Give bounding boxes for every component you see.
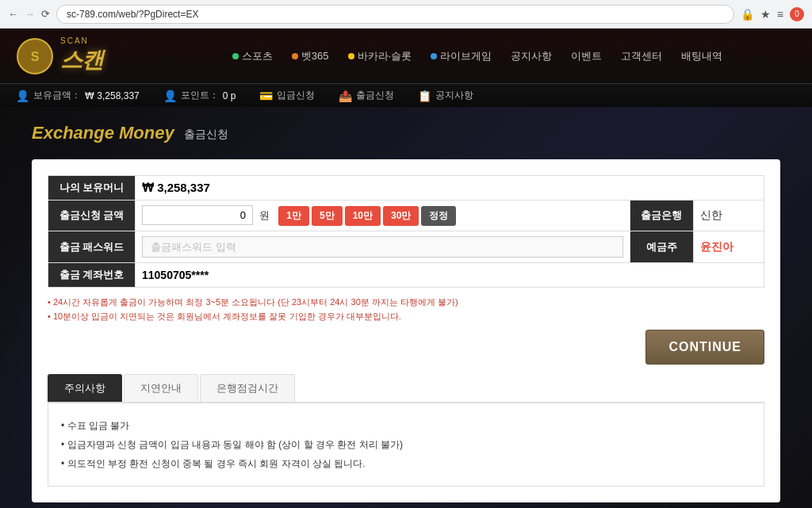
account-name-label-cell: 예금주 (630, 231, 693, 263)
main-nav: 스포츠 벳365 바카라·슬롯 라이브게임 공지사항 이벤트 고객센터 (159, 44, 796, 68)
amount-input[interactable] (142, 205, 253, 225)
form-card: 나의 보유머니 ₩ 3,258,337 출금신청 금액 원 1만 5만 10만 … (32, 159, 780, 502)
tab-delay[interactable]: 지연안내 (124, 374, 198, 402)
points-icon: 👤 (163, 90, 177, 102)
points-display: 👤 포인트： 0 p (163, 89, 236, 102)
amount-row: 출금신청 금액 원 1만 5만 10만 30만 정정 출금은행 신한 (48, 201, 764, 231)
tab-item-2: 입금자명과 신청 금액이 입금 내용과 동일 해야 함 (상이 할 경우 환전 … (61, 435, 751, 454)
account-name-value-cell: 윤진아 (693, 231, 764, 263)
star-icon[interactable]: ★ (760, 8, 771, 21)
bank-name: 신한 (700, 208, 722, 221)
bet365-dot (292, 53, 298, 59)
btn-100k[interactable]: 10만 (345, 206, 381, 226)
btn-reset[interactable]: 정정 (421, 206, 456, 226)
back-icon[interactable]: ← (8, 8, 18, 20)
balance-value: ₩ 3,258,337 (85, 90, 140, 101)
amount-label: 출금신청 금액 (48, 201, 136, 231)
account-row: 출금 계좌번호 11050705**** (48, 263, 764, 288)
notice-link[interactable]: 📋 공지사항 (418, 89, 473, 102)
tab-content: 수표 입금 불가 입금자명과 신청 금액이 입금 내용과 동일 해야 함 (상이… (48, 403, 764, 487)
continue-row: CONTINUE (48, 330, 764, 365)
balance-display-cell: ₩ 3,258,337 (136, 176, 764, 201)
forward-icon[interactable]: → (25, 8, 35, 20)
bank-value-cell: 신한 (693, 201, 764, 231)
notification-badge: 0 (790, 7, 804, 21)
menu-event[interactable]: 이벤트 (563, 44, 610, 68)
notes-section: 24시간 자유롭게 출금이 가능하며 최정 3~5분 소요됩니다 (단 23시부… (48, 296, 764, 323)
amount-input-cell: 원 1만 5만 10만 30만 정정 (136, 201, 630, 231)
balance-display: 👤 보유금액： ₩ 3,258,337 (16, 89, 140, 102)
logo-main-text: 스캔 (60, 45, 103, 75)
withdrawal-link[interactable]: 📤 출금신청 (339, 89, 394, 102)
logo-scan-text: SCAN (60, 36, 103, 45)
live-dot (431, 53, 437, 59)
sub-nav: 👤 보유금액： ₩ 3,258,337 👤 포인트： 0 p 💳 입금신청 📤 … (0, 83, 812, 107)
balance-label: 나의 보유머니 (48, 176, 136, 201)
balance-row: 나의 보유머니 ₩ 3,258,337 (48, 176, 764, 201)
menu-baccarat[interactable]: 바카라·슬롯 (340, 44, 420, 68)
sports-dot (232, 53, 239, 59)
menu-live[interactable]: 라이브게임 (423, 44, 500, 68)
logo-icon: S (16, 37, 54, 75)
notice-icon: 📋 (418, 90, 431, 102)
bank-label-cell: 출금은행 (630, 201, 693, 231)
btn-50k[interactable]: 5만 (312, 206, 343, 226)
account-number-cell: 11050705**** (136, 263, 764, 288)
btn-300k[interactable]: 30만 (383, 206, 419, 226)
deposit-link[interactable]: 💳 입금신청 (259, 89, 315, 102)
person-icon: 👤 (16, 90, 29, 102)
password-input[interactable] (142, 236, 623, 258)
page-content: Exchange Money 출금신청 나의 보유머니 ₩ 3,258,337 … (0, 107, 812, 508)
note-1: 24시간 자유롭게 출금이 가능하며 최정 3~5분 소요됩니다 (단 23시부… (48, 296, 764, 310)
tab-item-3: 의도적인 부정 환전 신청이 중복 될 경우 즉시 회원 자격이 상실 됩니다. (61, 454, 751, 473)
site-header: S SCAN 스캔 스포츠 벳365 바카라·슬롯 라이브게임 (0, 29, 812, 107)
svg-text:S: S (31, 50, 40, 63)
menu-sports[interactable]: 스포츠 (224, 44, 281, 68)
tab-headers: 주의사항 지연안내 은행점검시간 (48, 374, 764, 403)
account-number-label: 출금 계좌번호 (48, 263, 136, 288)
tab-item-1: 수표 입금 불가 (61, 416, 751, 435)
continue-button[interactable]: CONTINUE (645, 330, 764, 365)
form-table: 나의 보유머니 ₩ 3,258,337 출금신청 금액 원 1만 5만 10만 … (48, 175, 764, 288)
menu-notice[interactable]: 공지사항 (503, 44, 560, 68)
account-name: 윤진아 (700, 240, 733, 253)
browser-chrome: ← → ⟳ 🔒 ★ ≡ 0 (0, 0, 812, 29)
btn-10k[interactable]: 1만 (278, 206, 309, 226)
page-subtitle: 출금신청 (184, 128, 228, 142)
balance-amount: ₩ 3,258,337 (142, 181, 210, 194)
lock-icon: 🔒 (741, 8, 754, 21)
password-row: 출금 패스워드 예금주 윤진아 (48, 231, 764, 263)
menu-betting[interactable]: 배팅내역 (673, 44, 730, 68)
baccarat-dot (348, 53, 354, 59)
page-title: Exchange Money (32, 123, 174, 143)
password-input-cell (136, 231, 630, 263)
menu-icon[interactable]: ≡ (777, 8, 783, 21)
deposit-icon: 💳 (259, 90, 273, 102)
tabs-area: 주의사항 지연안내 은행점검시간 수표 입금 불가 입금자명과 신청 금액이 입… (48, 374, 764, 487)
points-value: 0 p (223, 90, 236, 101)
withdrawal-icon: 📤 (339, 90, 352, 102)
tab-notices[interactable]: 주의사항 (48, 374, 122, 402)
logo[interactable]: S SCAN 스캔 (16, 36, 143, 75)
menu-bet365[interactable]: 벳365 (284, 44, 337, 68)
amount-unit: 원 (259, 209, 270, 221)
amount-buttons: 1만 5만 10만 30만 정정 (278, 206, 456, 226)
menu-support[interactable]: 고객센터 (613, 44, 670, 68)
tab-bank-hours[interactable]: 은행점검시간 (200, 374, 295, 402)
account-number: 11050705**** (142, 269, 209, 281)
refresh-icon[interactable]: ⟳ (41, 8, 50, 20)
url-bar[interactable] (56, 5, 734, 24)
password-label: 출금 패스워드 (48, 231, 136, 263)
note-2: 10분이상 입금이 지연되는 것은 회원님에서 계좌정보를 잘못 기입한 경우가… (48, 310, 764, 324)
